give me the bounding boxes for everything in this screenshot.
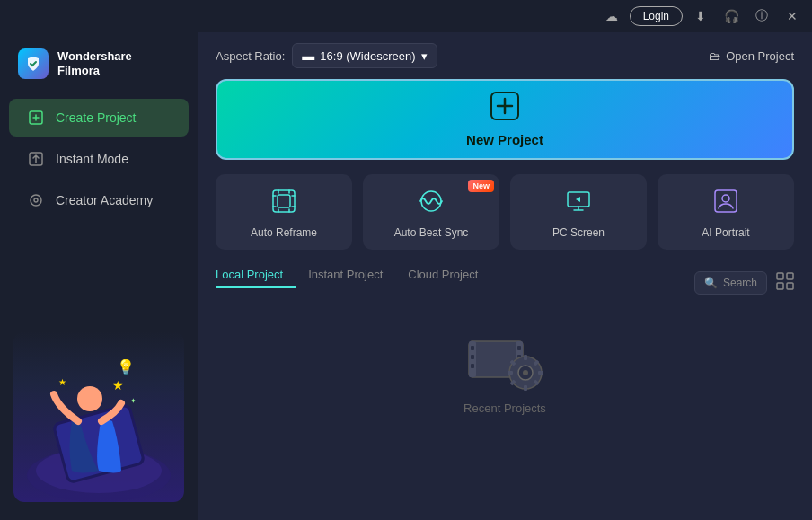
auto-beat-sync-icon <box>419 189 444 219</box>
headphone-icon[interactable]: 🎧 <box>719 4 744 29</box>
sidebar-item-instant-mode[interactable]: Instant Mode <box>9 140 189 178</box>
auto-reframe-icon <box>271 189 296 219</box>
content-area: Aspect Ratio: ▬ 16:9 (Widescreen) ▾ 🗁 Op… <box>198 32 812 520</box>
svg-point-3 <box>34 198 38 202</box>
svg-text:✦: ✦ <box>130 397 137 405</box>
project-tabs: Local Project Instant Project Cloud Proj… <box>216 264 490 288</box>
close-button[interactable]: ✕ <box>780 4 805 29</box>
sidebar-illustration: ★ ★ ✦ 💡 <box>0 322 198 511</box>
main-layout: Wondershare Filmora Create Project Insta… <box>0 32 812 520</box>
svg-point-8 <box>77 386 102 411</box>
empty-state-label: Recent Projects <box>463 401 546 415</box>
sidebar-item-creator-academy[interactable]: Creator Academy <box>9 181 189 219</box>
sidebar-item-label: Creator Academy <box>56 193 153 207</box>
svg-rect-29 <box>471 364 474 368</box>
help-icon[interactable]: ⓘ <box>749 4 774 29</box>
titlebar: ☁ Login ⬇ 🎧 ⓘ ✕ <box>0 0 812 32</box>
create-project-icon <box>27 109 45 127</box>
tab-cloud-project[interactable]: Cloud Project <box>395 264 490 288</box>
brand-name: Wondershare <box>57 49 132 64</box>
tool-card-pc-screen[interactable]: PC Screen <box>510 174 647 250</box>
illustration: ★ ★ ✦ 💡 <box>13 331 184 502</box>
tool-card-auto-reframe[interactable]: Auto Reframe <box>216 174 352 250</box>
tool-card-ai-portrait[interactable]: AI Portrait <box>658 174 794 250</box>
aspect-ratio-label: Aspect Ratio: <box>216 49 285 63</box>
new-project-banner[interactable]: New Project <box>216 79 794 160</box>
instant-mode-icon <box>27 150 45 168</box>
svg-rect-36 <box>524 355 527 360</box>
open-project-label: Open Project <box>726 49 794 63</box>
download-icon[interactable]: ⬇ <box>688 4 713 29</box>
content-header: Aspect Ratio: ▬ 16:9 (Widescreen) ▾ 🗁 Op… <box>198 32 812 79</box>
new-project-plus-icon <box>490 92 519 127</box>
sidebar-item-label: Create Project <box>56 110 136 125</box>
open-project-button[interactable]: 🗁 Open Project <box>709 49 794 63</box>
svg-rect-20 <box>777 273 783 279</box>
tab-instant-project[interactable]: Instant Project <box>296 264 395 288</box>
ai-portrait-label: AI Portrait <box>702 226 749 239</box>
aspect-ratio-dropdown[interactable]: ▬ 16:9 (Widescreen) ▾ <box>292 43 437 68</box>
svg-rect-38 <box>538 371 543 375</box>
aspect-ratio-selector: Aspect Ratio: ▬ 16:9 (Widescreen) ▾ <box>216 43 437 68</box>
svg-text:★: ★ <box>58 377 66 387</box>
empty-film-icon <box>464 328 545 391</box>
folder-icon: 🗁 <box>709 49 720 63</box>
pc-screen-icon <box>566 189 591 219</box>
svg-rect-21 <box>787 273 793 279</box>
logo-text: Wondershare Filmora <box>57 49 132 77</box>
auto-reframe-label: Auto Reframe <box>251 226 317 239</box>
aspect-ratio-value: 16:9 (Widescreen) <box>320 49 415 63</box>
svg-rect-27 <box>471 346 474 350</box>
svg-point-35 <box>523 370 528 375</box>
svg-text:★: ★ <box>112 378 124 392</box>
product-name: Filmora <box>57 64 132 78</box>
sidebar-item-label: Instant Mode <box>56 152 128 166</box>
search-box[interactable]: 🔍 Search <box>694 271 767 295</box>
svg-point-2 <box>31 195 41 206</box>
logo: Wondershare Filmora <box>0 41 198 97</box>
screen-icon: ▬ <box>302 48 314 63</box>
svg-rect-23 <box>787 283 793 289</box>
login-button[interactable]: Login <box>630 6 683 26</box>
search-icon: 🔍 <box>704 277 718 289</box>
search-placeholder: Search <box>723 277 757 289</box>
tool-card-auto-beat-sync[interactable]: New Auto Beat Sync <box>363 174 499 250</box>
logo-icon <box>18 48 49 79</box>
new-badge: New <box>468 180 494 192</box>
titlebar-actions: ☁ Login ⬇ 🎧 ⓘ ✕ <box>599 4 805 29</box>
new-project-label: New Project <box>466 132 543 147</box>
tab-local-project[interactable]: Local Project <box>216 264 296 288</box>
svg-text:💡: 💡 <box>117 358 135 375</box>
svg-point-19 <box>722 195 729 202</box>
svg-rect-15 <box>278 195 290 207</box>
sidebar: Wondershare Filmora Create Project Insta… <box>0 32 198 520</box>
tool-cards: Auto Reframe New Auto Beat Sync <box>198 174 812 264</box>
tabs-row: Local Project Instant Project Cloud Proj… <box>216 264 794 301</box>
empty-state: Recent Projects <box>216 301 794 442</box>
svg-rect-22 <box>777 283 783 289</box>
svg-rect-39 <box>508 371 513 375</box>
auto-beat-sync-label: Auto Beat Sync <box>394 226 469 239</box>
svg-rect-37 <box>524 385 527 391</box>
svg-rect-30 <box>517 346 521 350</box>
chevron-down-icon: ▾ <box>421 49 428 63</box>
pc-screen-label: PC Screen <box>552 226 605 239</box>
ai-portrait-icon <box>713 189 738 219</box>
projects-section: Local Project Instant Project Cloud Proj… <box>198 264 812 520</box>
svg-rect-14 <box>273 190 295 212</box>
grid-view-icon[interactable] <box>776 272 794 294</box>
svg-rect-28 <box>471 355 474 359</box>
sidebar-item-create-project[interactable]: Create Project <box>9 99 189 137</box>
cloud-icon[interactable]: ☁ <box>599 4 624 29</box>
creator-academy-icon <box>27 191 45 209</box>
